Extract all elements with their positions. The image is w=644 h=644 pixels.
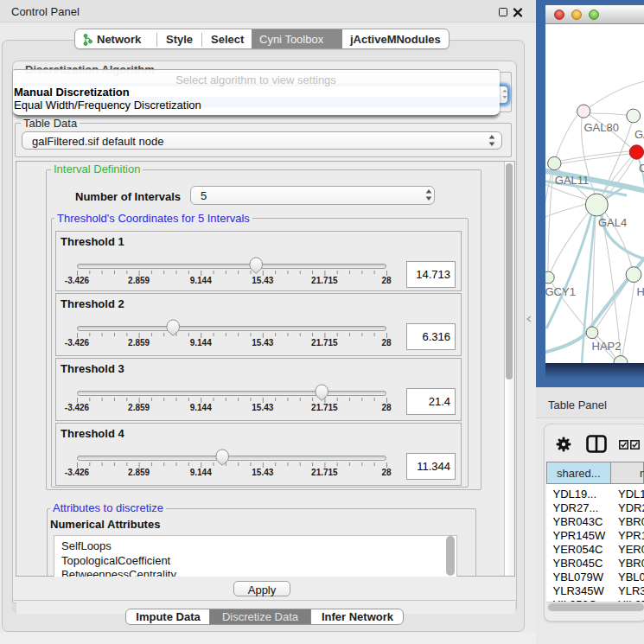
- svg-text:GAL11: GAL11: [555, 174, 590, 187]
- svg-text:HAP2: HAP2: [592, 340, 622, 353]
- svg-text:GAL: GAL: [634, 128, 644, 141]
- svg-text:HIS: HIS: [637, 285, 644, 298]
- svg-text:GAL80: GAL80: [584, 121, 619, 134]
- svg-text:GAL4: GAL4: [598, 216, 627, 229]
- svg-text:GCY1: GCY1: [545, 285, 576, 298]
- svg-text:CY: CY: [639, 162, 644, 175]
